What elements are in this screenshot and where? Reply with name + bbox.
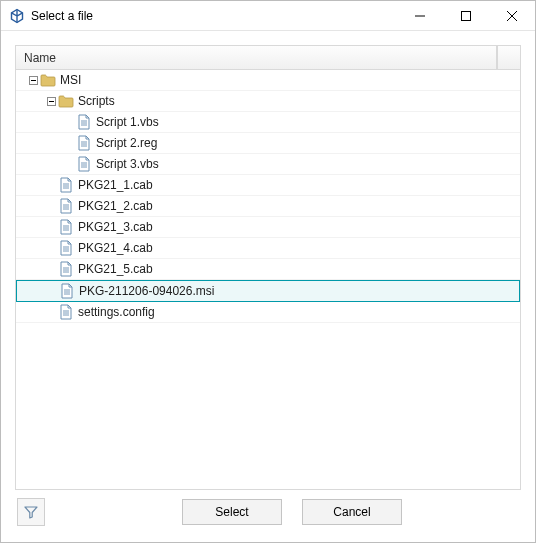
cancel-button[interactable]: Cancel — [302, 499, 402, 525]
expander-placeholder — [44, 199, 58, 213]
file-icon — [58, 304, 74, 320]
tree-file-row[interactable]: PKG21_5.cab — [16, 259, 520, 280]
expander-placeholder — [44, 178, 58, 192]
tree-item-label: PKG21_5.cab — [78, 262, 153, 276]
file-icon — [58, 177, 74, 193]
file-icon — [76, 156, 92, 172]
close-button[interactable] — [489, 1, 535, 31]
window-title: Select a file — [31, 9, 93, 23]
expander-placeholder — [62, 157, 76, 171]
tree-item-label: MSI — [60, 73, 81, 87]
file-icon — [76, 114, 92, 130]
tree-folder-row[interactable]: MSI — [16, 70, 520, 91]
file-tree: Name MSIScriptsScript 1.vbsScript 2.regS… — [15, 45, 521, 490]
file-icon — [58, 240, 74, 256]
file-icon — [58, 261, 74, 277]
filter-button[interactable] — [17, 498, 45, 526]
expander-icon[interactable] — [26, 73, 40, 87]
dialog-window: Select a file Name MSIScriptsScript 1.vb… — [0, 0, 536, 543]
tree-item-label: PKG21_3.cab — [78, 220, 153, 234]
app-icon — [9, 8, 25, 24]
maximize-button[interactable] — [443, 1, 489, 31]
tree-file-row[interactable]: Script 2.reg — [16, 133, 520, 154]
tree-file-row[interactable]: PKG21_1.cab — [16, 175, 520, 196]
name-column-header[interactable]: Name — [16, 46, 497, 69]
tree-item-label: PKG21_1.cab — [78, 178, 153, 192]
tree-item-label: settings.config — [78, 305, 155, 319]
tree-file-row[interactable]: settings.config — [16, 302, 520, 323]
file-icon — [76, 135, 92, 151]
expander-placeholder — [44, 305, 58, 319]
tree-item-label: Script 1.vbs — [96, 115, 159, 129]
folder-icon — [40, 72, 56, 88]
tree-item-label: PKG21_4.cab — [78, 241, 153, 255]
file-icon — [58, 198, 74, 214]
file-icon — [59, 283, 75, 299]
expander-placeholder — [62, 115, 76, 129]
tree-item-label: Script 2.reg — [96, 136, 157, 150]
tree-file-row[interactable]: PKG21_3.cab — [16, 217, 520, 238]
select-button[interactable]: Select — [182, 499, 282, 525]
button-bar: Select Cancel — [15, 490, 521, 534]
column-header-row: Name — [16, 46, 520, 70]
tree-item-label: PKG-211206-094026.msi — [79, 284, 214, 298]
expander-placeholder — [45, 284, 59, 298]
tree-body[interactable]: MSIScriptsScript 1.vbsScript 2.regScript… — [16, 70, 520, 489]
expander-placeholder — [44, 241, 58, 255]
tree-file-row[interactable]: Script 1.vbs — [16, 112, 520, 133]
expander-icon[interactable] — [44, 94, 58, 108]
expander-placeholder — [44, 220, 58, 234]
funnel-icon — [24, 505, 38, 519]
file-icon — [58, 219, 74, 235]
expander-placeholder — [62, 136, 76, 150]
minimize-button[interactable] — [397, 1, 443, 31]
tree-file-row[interactable]: Script 3.vbs — [16, 154, 520, 175]
content-area: Name MSIScriptsScript 1.vbsScript 2.regS… — [1, 31, 535, 542]
expander-placeholder — [44, 262, 58, 276]
tree-file-row[interactable]: PKG21_2.cab — [16, 196, 520, 217]
titlebar[interactable]: Select a file — [1, 1, 535, 31]
tree-item-label: Scripts — [78, 94, 115, 108]
tree-item-label: Script 3.vbs — [96, 157, 159, 171]
tree-file-row[interactable]: PKG21_4.cab — [16, 238, 520, 259]
svg-rect-0 — [462, 11, 471, 20]
tree-file-row[interactable]: PKG-211206-094026.msi — [16, 280, 520, 302]
tree-folder-row[interactable]: Scripts — [16, 91, 520, 112]
tree-item-label: PKG21_2.cab — [78, 199, 153, 213]
folder-icon — [58, 93, 74, 109]
column-header-spacer — [497, 46, 520, 69]
